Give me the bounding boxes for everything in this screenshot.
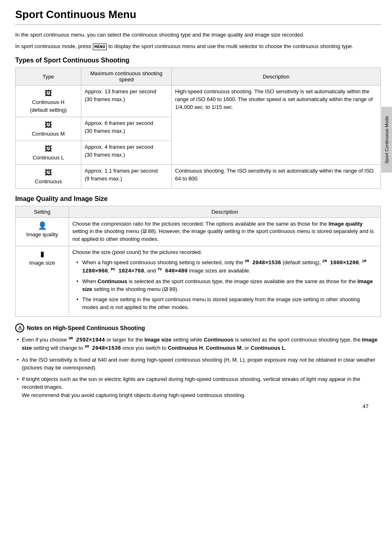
setting-col-header: Setting [16,206,69,217]
icon-image-size: ▮ [40,250,44,258]
speed-cell-c: Approx. 1.1 frames per second(9 frames m… [81,164,172,188]
icon-continuous-m: 🖼 [45,121,52,129]
image-quality-desc: Choose the compression ratio for the pic… [69,217,381,246]
type-label-c: Continuous [35,178,62,185]
menu-key: MENU [93,44,107,50]
speed-cell-h: Approx. 13 frames per second(30 frames m… [81,85,172,117]
list-item: The image size setting in the sport cont… [76,296,377,312]
quality-table: Setting Description 👤 Image quality Choo… [15,206,381,317]
image-quality-label: Image quality [26,231,58,238]
icon-continuous-h: 🖼 [45,89,52,97]
table-row: 👤 Image quality Choose the compression r… [16,217,381,246]
type-label-l: Continuous L [32,155,64,161]
speed-col-header: Maximum continuous shooting speed [81,68,172,85]
table-row: 🖼 Continuous H(default setting) Approx. … [16,85,381,117]
image-size-desc: Choose the size (pixel count) for the pi… [69,246,381,317]
types-section-title: Types of Sport Continuous Shooting [15,57,381,64]
quality-desc-col-header: Description [69,206,381,217]
intro-line2-pre: In sport continuous mode, press [15,43,93,49]
notes-title: Notes on High-Speed Continuous Shooting [27,325,145,331]
type-label-h: Continuous H(default setting) [30,99,67,113]
type-cell-m: 🖼 Continuous M [16,117,81,141]
list-item: When Continuous is selected as the sport… [76,278,377,293]
types-table: Type Maximum continuous shooting speed D… [15,67,381,189]
icon-image-quality: 👤 [38,222,47,230]
list-item: When a high-speed continuous shooting se… [76,259,377,275]
table-row: 🖼 Continuous Approx. 1.1 frames per seco… [16,164,381,188]
desc-cell-h-m-l: High-speed continuous shooting. The ISO … [172,85,381,165]
icon-continuous: 🖼 [45,168,52,177]
quality-section-title: Image Quality and Image Size [15,195,381,203]
notes-list: Even if you choose 3M 2592×1944 or large… [15,336,381,399]
speed-cell-l: Approx. 4 frames per second(30 frames ma… [81,141,172,164]
intro-line2-post: to display the sport continuous menu and… [107,43,353,49]
icon-continuous-l: 🖼 [45,145,52,153]
type-label-m: Continuous M [32,131,65,137]
sidebar-label: Sport Continuous Mode [381,107,392,173]
table-row: ▮ Image size Choose the size (pixel coun… [16,246,381,317]
intro-paragraph-2: In sport continuous mode, press MENU to … [15,42,381,51]
image-quality-cell: 👤 Image quality [16,217,69,246]
type-cell-c: 🖼 Continuous [16,164,81,188]
speed-cell-m: Approx. 6 frames per second(30 frames ma… [81,117,172,141]
desc-col-header: Description [172,68,381,85]
list-item: As the ISO sensitivity is fixed at 640 a… [15,356,381,372]
page-number: 47 [15,403,381,409]
type-cell-l: 🖼 Continuous L [16,141,81,164]
type-col-header: Type [16,68,81,85]
desc-cell-c: Continuous shooting. The ISO sensitivity… [172,164,381,188]
notes-section: ⚠ Notes on High-Speed Continuous Shootin… [15,323,381,399]
list-item: If bright objects such as the sun or ele… [15,375,381,399]
notes-icon: ⚠ [15,323,24,332]
intro-paragraph-1: In the sport continuous menu, you can se… [15,31,381,39]
list-item: Even if you choose 3M 2592×1944 or large… [15,336,381,353]
type-cell-h: 🖼 Continuous H(default setting) [16,85,81,117]
page-title: Sport Continuous Menu [15,8,381,25]
notes-header: ⚠ Notes on High-Speed Continuous Shootin… [15,323,381,332]
image-size-cell: ▮ Image size [16,246,69,317]
image-size-label: Image size [29,260,55,266]
